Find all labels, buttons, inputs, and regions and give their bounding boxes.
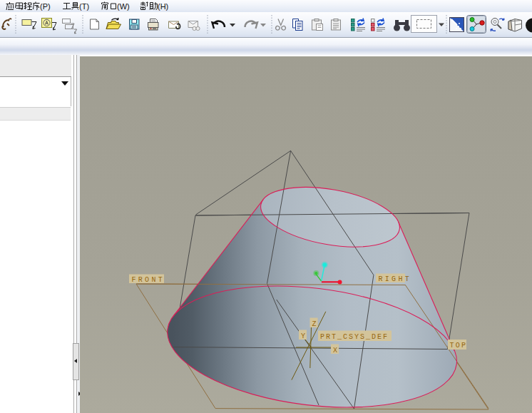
svg-text:Z: Z (312, 320, 317, 328)
svg-text:(T): (T) (79, 2, 89, 11)
svg-text:RIGHT: RIGHT (379, 275, 412, 283)
svg-text:FRONT: FRONT (132, 276, 165, 284)
svg-text:TOP: TOP (450, 342, 468, 350)
svg-text:(P): (P) (40, 2, 51, 11)
svg-text:X: X (333, 347, 337, 355)
svg-text:Y: Y (301, 332, 305, 340)
svg-text:(H): (H) (158, 2, 168, 11)
svg-text:(W): (W) (117, 2, 130, 11)
svg-text:PRT_CSYS_DEF: PRT_CSYS_DEF (320, 333, 389, 341)
